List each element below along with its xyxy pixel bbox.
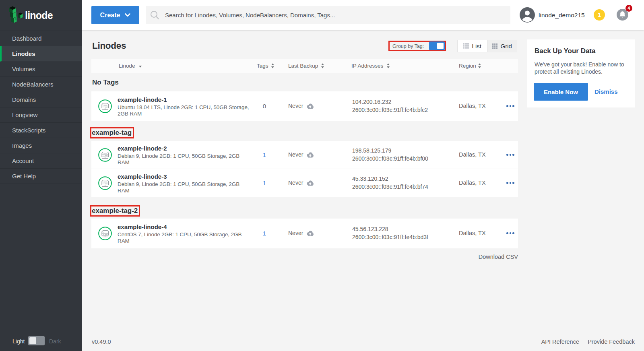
svg-text:linode: linode [25,10,53,21]
